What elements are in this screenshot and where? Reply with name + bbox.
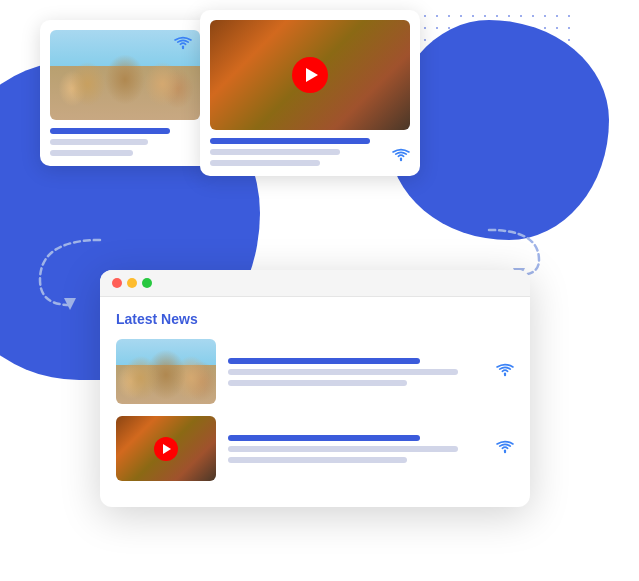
card-video-line-3	[210, 160, 320, 166]
card-line-1	[50, 128, 170, 134]
card-dogs	[40, 20, 210, 166]
news-item-1	[116, 339, 514, 404]
browser-dot-yellow	[127, 278, 137, 288]
news-thumb-dogs	[116, 339, 216, 404]
news-text-2	[228, 435, 484, 463]
browser-content: Latest News	[100, 297, 530, 507]
browser-dot-green	[142, 278, 152, 288]
card-dogs-lines	[50, 128, 200, 156]
card-video-lines	[210, 138, 410, 166]
card-video-line-1	[210, 138, 370, 144]
news-line-2-2	[228, 446, 458, 452]
news-text-1	[228, 358, 484, 386]
news-line-2-1	[228, 435, 420, 441]
card-video	[200, 10, 420, 176]
news-line-1-2	[228, 369, 458, 375]
news-line-1-3	[228, 380, 407, 386]
card-video-line-2	[210, 149, 340, 155]
card-dogs-image	[50, 30, 200, 120]
news-play-triangle	[163, 444, 171, 454]
card-line-2	[50, 139, 148, 145]
card-wifi-icon	[174, 36, 192, 54]
card-line-3	[50, 150, 133, 156]
news-play-button	[154, 437, 178, 461]
card-video-image	[210, 20, 410, 130]
browser-header	[100, 270, 530, 297]
dots-pattern	[419, 10, 579, 170]
news-thumb-video	[116, 416, 216, 481]
news-line-1-1	[228, 358, 420, 364]
play-button-icon	[292, 57, 328, 93]
news-wifi-1	[496, 363, 514, 380]
browser-window: Latest News	[100, 270, 530, 507]
news-dogs-image	[116, 339, 216, 404]
play-triangle	[306, 68, 318, 82]
browser-dot-red	[112, 278, 122, 288]
news-line-2-3	[228, 457, 407, 463]
latest-news-title: Latest News	[116, 311, 514, 327]
news-item-2	[116, 416, 514, 481]
news-wifi-2	[496, 440, 514, 457]
card-video-wifi-icon	[392, 148, 410, 166]
